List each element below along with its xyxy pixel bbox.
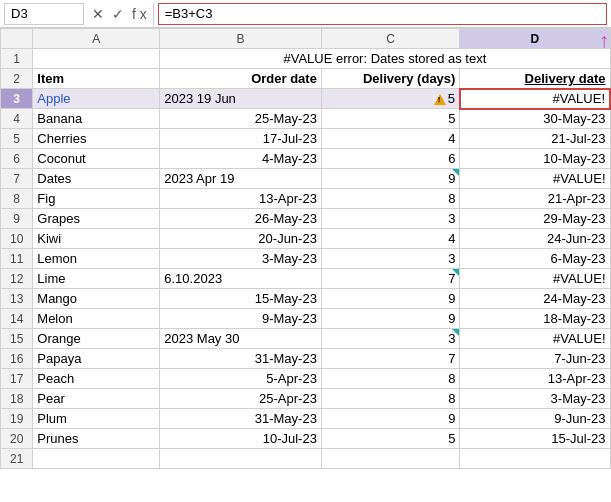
cell-a13[interactable]: Mango [33,289,160,309]
table-row: 8 Fig 13-Apr-23 8 21-Apr-23 [1,189,611,209]
cell-d15[interactable]: #VALUE! [460,329,610,349]
cell-a8[interactable]: Fig [33,189,160,209]
cell-a20[interactable]: Prunes [33,429,160,449]
table-row: 9 Grapes 26-May-23 3 29-May-23 [1,209,611,229]
cell-a19[interactable]: Plum [33,409,160,429]
cell-b7[interactable]: 2023 Apr 19 [160,169,322,189]
cell-b5[interactable]: 17-Jul-23 [160,129,322,149]
cell-b12[interactable]: 6.10.2023 [160,269,322,289]
table-row: 13 Mango 15-May-23 9 24-May-23 [1,289,611,309]
cell-a15[interactable]: Orange [33,329,160,349]
cell-a18[interactable]: Pear [33,389,160,409]
row-num-20: 20 [1,429,33,449]
cell-b6[interactable]: 4-May-23 [160,149,322,169]
cell-d16[interactable]: 7-Jun-23 [460,349,610,369]
cell-b15[interactable]: 2023 May 30 [160,329,322,349]
confirm-icon[interactable]: ✓ [110,6,126,22]
cell-b20[interactable]: 10-Jul-23 [160,429,322,449]
cell-b19[interactable]: 31-May-23 [160,409,322,429]
cell-b4[interactable]: 25-May-23 [160,109,322,129]
cell-c21[interactable] [321,449,460,469]
cell-c6[interactable]: 6 [321,149,460,169]
cell-c20[interactable]: 5 [321,429,460,449]
corner-header [1,29,33,49]
header-order-date: Order date [160,69,322,89]
formula-bar: D3 ✕ ✓ f x [0,0,611,28]
cell-b14[interactable]: 9-May-23 [160,309,322,329]
cell-a9[interactable]: Grapes [33,209,160,229]
cell-d3[interactable]: #VALUE! [460,89,610,109]
cell-a10[interactable]: Kiwi [33,229,160,249]
cell-b13[interactable]: 15-May-23 [160,289,322,309]
cell-b18[interactable]: 25-Apr-23 [160,389,322,409]
row-num-1: 1 [1,49,33,69]
cell-c7[interactable]: 9 [321,169,460,189]
cell-c3[interactable]: ! 5 [321,89,460,109]
table-row: 6 Coconut 4-May-23 6 10-May-23 [1,149,611,169]
cell-a12[interactable]: Lime [33,269,160,289]
cell-d10[interactable]: 24-Jun-23 [460,229,610,249]
row-num-3: 3 [1,89,33,109]
cell-d14[interactable]: 18-May-23 [460,309,610,329]
cell-d20[interactable]: 15-Jul-23 [460,429,610,449]
cell-d21[interactable] [460,449,610,469]
cell-b8[interactable]: 13-Apr-23 [160,189,322,209]
cell-a11[interactable]: Lemon [33,249,160,269]
formula-input[interactable] [158,3,607,25]
cell-d4[interactable]: 30-May-23 [460,109,610,129]
col-header-d[interactable]: D [460,29,610,49]
formula-icons: ✕ ✓ f x [86,3,154,25]
cell-d13[interactable]: 24-May-23 [460,289,610,309]
cell-c15[interactable]: 3 [321,329,460,349]
cell-a14[interactable]: Melon [33,309,160,329]
fx-icon[interactable]: f x [130,6,149,22]
cell-c17[interactable]: 8 [321,369,460,389]
cell-b3[interactable]: 2023 19 Jun [160,89,322,109]
cell-c18[interactable]: 8 [321,389,460,409]
col-header-a[interactable]: A [33,29,160,49]
cell-d18[interactable]: 3-May-23 [460,389,610,409]
table-row: 18 Pear 25-Apr-23 8 3-May-23 [1,389,611,409]
cell-d7[interactable]: #VALUE! [460,169,610,189]
cell-c8[interactable]: 8 [321,189,460,209]
cell-c13[interactable]: 9 [321,289,460,309]
cell-b10[interactable]: 20-Jun-23 [160,229,322,249]
cell-c10[interactable]: 4 [321,229,460,249]
cell-d6[interactable]: 10-May-23 [460,149,610,169]
cell-d19[interactable]: 9-Jun-23 [460,409,610,429]
cell-b17[interactable]: 5-Apr-23 [160,369,322,389]
cell-b16[interactable]: 31-May-23 [160,349,322,369]
cell-d11[interactable]: 6-May-23 [460,249,610,269]
cancel-icon[interactable]: ✕ [90,6,106,22]
cell-a3[interactable]: Apple [33,89,160,109]
cell-c12[interactable]: 7 [321,269,460,289]
row-num-19: 19 [1,409,33,429]
spreadsheet-container: D3 ✕ ✓ f x A B C D [0,0,611,502]
cell-c9[interactable]: 3 [321,209,460,229]
col-header-b[interactable]: B [160,29,322,49]
cell-d8[interactable]: 21-Apr-23 [460,189,610,209]
cell-d12[interactable]: #VALUE! [460,269,610,289]
cell-c5[interactable]: 4 [321,129,460,149]
cell-a5[interactable]: Cherries [33,129,160,149]
cell-a6[interactable]: Coconut [33,149,160,169]
cell-d17[interactable]: 13-Apr-23 [460,369,610,389]
cell-c4[interactable]: 5 [321,109,460,129]
cell-c19[interactable]: 9 [321,409,460,429]
cell-a7[interactable]: Dates [33,169,160,189]
cell-a4[interactable]: Banana [33,109,160,129]
cell-c14[interactable]: 9 [321,309,460,329]
cell-b21[interactable] [160,449,322,469]
cell-c16[interactable]: 7 [321,349,460,369]
cell-reference-box[interactable]: D3 [4,3,84,25]
col-header-c[interactable]: C [321,29,460,49]
cell-b9[interactable]: 26-May-23 [160,209,322,229]
cell-c11[interactable]: 3 [321,249,460,269]
row-num-2: 2 [1,69,33,89]
cell-a16[interactable]: Papaya [33,349,160,369]
cell-b11[interactable]: 3-May-23 [160,249,322,269]
cell-d5[interactable]: 21-Jul-23 [460,129,610,149]
cell-a21[interactable] [33,449,160,469]
cell-a17[interactable]: Peach [33,369,160,389]
cell-d9[interactable]: 29-May-23 [460,209,610,229]
